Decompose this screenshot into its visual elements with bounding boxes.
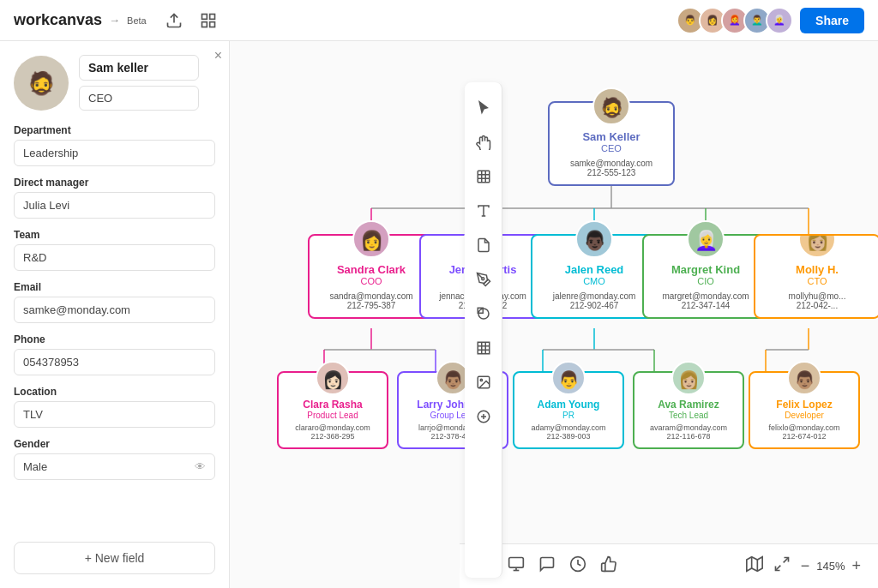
ceo-avatar: 🧔 — [592, 87, 630, 125]
tech-lead-avatar: 👩🏼 — [671, 361, 706, 395]
grid-tool[interactable] — [468, 333, 499, 363]
svg-rect-5 — [478, 171, 490, 183]
svg-line-54 — [783, 558, 788, 563]
tech-lead-email: avaram@monday.com — [641, 423, 736, 432]
cmo-role: CMO — [539, 276, 649, 286]
coo-phone: 212-795-387 — [316, 301, 426, 310]
developer-phone: 212-674-012 — [757, 432, 851, 441]
org-chart[interactable]: 🧔 Sam Keller CEO samke@monday.com 212-55… — [277, 41, 878, 543]
coo-role: COO — [316, 276, 426, 286]
coo-avatar: 👩 — [352, 220, 390, 258]
shapes-tool[interactable] — [468, 298, 499, 329]
ceo-name: Sam Keller — [556, 130, 666, 143]
cio-name: Margret Kind — [651, 263, 761, 276]
left-panel: × 🧔 Sam keller CEO Department Leadership… — [0, 41, 230, 588]
cmo-email: jalenre@monday.com — [539, 291, 649, 301]
product-lead-node[interactable]: 👩🏻 Clara Rasha Product Lead clararo@mond… — [277, 371, 388, 449]
team-value[interactable]: R&D — [14, 244, 215, 271]
direct-manager-value[interactable]: Julia Levi — [14, 192, 215, 219]
developer-node[interactable]: 👨🏽 Felix Lopez Developer felixlo@monday.… — [749, 371, 860, 449]
email-value[interactable]: samke@monday.com — [14, 297, 215, 323]
share-button[interactable]: Share — [800, 8, 864, 33]
pr-phone: 212-389-003 — [521, 432, 616, 441]
cto-role: CTO — [762, 276, 872, 286]
team-label: Team — [14, 229, 215, 241]
tech-lead-role: Tech Lead — [641, 411, 736, 420]
gender-text: Male — [23, 460, 47, 473]
location-value[interactable]: TLV — [14, 401, 215, 428]
hand-tool[interactable] — [468, 127, 499, 158]
phone-value[interactable]: 054378953 — [14, 349, 215, 375]
tech-lead-node[interactable]: 👩🏼 Ava Ramirez Tech Lead avaram@monday.c… — [633, 371, 744, 449]
department-field: Department Leadership — [14, 124, 215, 166]
cio-phone: 212-347-144 — [651, 301, 761, 310]
ceo-phone: 212-555-123 — [556, 168, 666, 177]
header-right: 👨 👩 👩‍🦰 👨‍🦱 👩‍🦳 Share — [677, 7, 864, 34]
frame-tool[interactable] — [468, 161, 499, 192]
coo-node[interactable]: 👩 Sandra Clark COO sandra@monday.com 212… — [308, 234, 435, 319]
add-tool[interactable] — [468, 401, 499, 432]
developer-avatar: 👨🏽 — [787, 361, 821, 395]
svg-rect-47 — [509, 558, 524, 568]
gender-field: Gender Male 👁 — [14, 438, 215, 480]
present-icon[interactable] — [508, 555, 525, 577]
cmo-avatar: 👨🏿 — [575, 220, 613, 258]
direct-manager-label: Direct manager — [14, 177, 215, 189]
pr-node[interactable]: 👨 Adam Young PR adamy@monday.com 212-389… — [513, 371, 624, 449]
coo-name: Sandra Clark — [316, 263, 426, 276]
fit-icon[interactable] — [773, 555, 791, 577]
cto-node[interactable]: 👩🏼 Molly H. CTO mollyhu@mo... 212-042-..… — [754, 234, 878, 319]
cmo-phone: 212-902-467 — [539, 301, 649, 310]
avatar-group: 👨 👩 👩‍🦰 👨‍🦱 👩‍🦳 — [677, 7, 793, 34]
pr-name: Adam Young — [521, 399, 616, 411]
cursor-tool[interactable] — [468, 93, 499, 123]
close-icon[interactable]: × — [214, 48, 222, 63]
canvas-area[interactable]: 🧔 Sam Keller CEO samke@monday.com 212-55… — [230, 41, 878, 588]
chat-icon[interactable] — [538, 555, 556, 577]
logo-work: work — [14, 11, 50, 28]
gender-label: Gender — [14, 438, 215, 450]
map-icon[interactable] — [746, 555, 763, 577]
image-tool[interactable] — [468, 367, 499, 398]
toolbar-panel — [465, 82, 502, 578]
grid-icon[interactable] — [195, 7, 222, 34]
coo-email: sandra@monday.com — [316, 291, 426, 301]
new-field-button[interactable]: + New field — [14, 542, 215, 574]
upload-icon[interactable] — [160, 7, 188, 34]
zoom-out-button[interactable]: − — [801, 557, 810, 575]
cio-email: margret@monday.com — [651, 291, 761, 301]
tech-lead-phone: 212-116-678 — [641, 432, 736, 441]
svg-marker-51 — [747, 557, 762, 572]
email-field: Email samke@monday.com — [14, 281, 215, 323]
profile-section: 🧔 Sam keller CEO — [0, 41, 229, 117]
text-tool[interactable] — [468, 195, 499, 226]
gender-value[interactable]: Male 👁 — [14, 453, 215, 480]
bottom-right-tools: − 145% + — [746, 555, 861, 577]
cto-name: Molly H. — [762, 263, 872, 276]
product-lead-name: Clara Rasha — [286, 399, 380, 411]
svg-rect-1 — [201, 14, 207, 19]
profile-info: Sam keller CEO — [79, 55, 199, 111]
sticky-tool[interactable] — [468, 230, 499, 261]
zoom-controls: − 145% + — [801, 557, 861, 575]
department-value[interactable]: Leadership — [14, 140, 215, 166]
like-icon[interactable] — [600, 555, 617, 577]
profile-name: Sam keller — [79, 55, 199, 81]
cto-phone: 212-042-... — [762, 301, 872, 310]
zoom-in-button[interactable]: + — [851, 557, 861, 575]
cio-role: CIO — [651, 276, 761, 286]
cmo-node[interactable]: 👨🏿 Jalen Reed CMO jalenre@monday.com 212… — [531, 234, 658, 319]
fields-section: Department Leadership Direct manager Jul… — [0, 117, 229, 535]
svg-line-55 — [775, 566, 780, 571]
product-lead-email: clararo@monday.com — [286, 423, 380, 432]
header: workcanvas → Beta 👨 👩 👩‍🦰 👨‍🦱 👩‍🦳 Share — [0, 0, 878, 41]
product-lead-phone: 212-368-295 — [286, 432, 380, 441]
direct-manager-field: Direct manager Julia Levi — [14, 177, 215, 219]
cto-avatar: 👩🏼 — [798, 234, 836, 258]
ceo-node[interactable]: 🧔 Sam Keller CEO samke@monday.com 212-55… — [548, 101, 675, 186]
pen-tool[interactable] — [468, 264, 499, 295]
cio-node[interactable]: 👩‍🦳 Margret Kind CIO margret@monday.com … — [642, 234, 769, 319]
cmo-name: Jalen Reed — [539, 263, 649, 276]
timer-icon[interactable] — [569, 555, 586, 577]
email-label: Email — [14, 281, 215, 293]
